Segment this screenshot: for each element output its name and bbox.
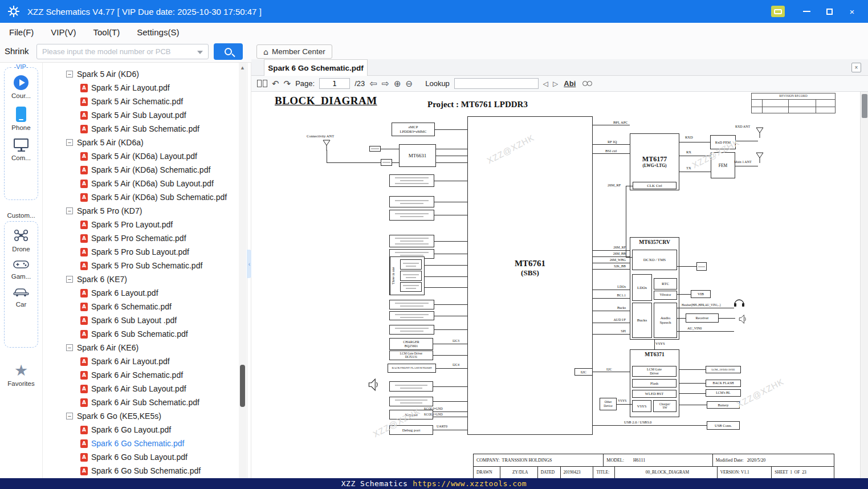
- member-center-button[interactable]: ⌂ Member Center: [256, 44, 332, 59]
- tree-scrollbar-thumb[interactable]: [240, 365, 245, 407]
- wire-label: UART0: [437, 425, 447, 428]
- collapse-icon[interactable]: −: [66, 207, 73, 214]
- tree-group-row[interactable]: −Spark 6 (KE7): [43, 272, 247, 286]
- tree-file-label: Spark 5 Pro Sub Schematic.pdf: [91, 261, 202, 270]
- model-search-combo[interactable]: [36, 44, 209, 59]
- tree-file-row[interactable]: ASpark 6 Sub Schematic.pdf: [43, 327, 247, 341]
- tree-file-label: Spark 6 Air Sub Schematic.pdf: [91, 398, 199, 407]
- tree-file-row[interactable]: ASpark 6 Schematic.pdf: [43, 300, 247, 313]
- rail-item-drone[interactable]: Drone: [5, 229, 38, 252]
- tree-file-row[interactable]: ASpark 6 Air Layout.pdf: [43, 354, 247, 368]
- wire: [593, 250, 630, 251]
- collapse-icon[interactable]: −: [66, 139, 73, 146]
- menu-item-vipv[interactable]: VIP(V): [51, 27, 76, 37]
- pdf-viewport[interactable]: BLOCK_DIAGRAM Project : MT6761 LPDDR3 RE…: [251, 92, 868, 478]
- model-tree-panel: −Spark 5 Air (KD6)ASpark 5 Air Layout.pd…: [43, 63, 247, 478]
- wire-label: 26M_WBG: [598, 258, 626, 262]
- tree-file-row[interactable]: ASpark 6 Go Sub Layout.pdf: [43, 450, 247, 464]
- shrink-button[interactable]: Shrink: [5, 46, 29, 56]
- collapse-icon[interactable]: −: [66, 344, 73, 351]
- tree-file-label: Spark 5 Air (KD6a) Sub Layout.pdf: [91, 179, 214, 188]
- menu-item-settingss[interactable]: Settings(S): [137, 27, 179, 37]
- tree-file-row[interactable]: ASpark 5 Pro Sub Schematic.pdf: [43, 259, 247, 272]
- zoom-out-icon[interactable]: ⊖: [406, 79, 413, 89]
- chevron-down-icon[interactable]: [197, 51, 203, 54]
- speaker-icon: [367, 378, 378, 392]
- menu-item-filef[interactable]: File(F): [9, 27, 34, 37]
- rail-item-gam[interactable]: Gam...: [5, 260, 38, 280]
- minimize-button[interactable]: [800, 5, 813, 18]
- rotate-right-icon[interactable]: ↷: [284, 79, 291, 89]
- match-case-toggle[interactable]: Abi: [564, 79, 576, 88]
- wire: [436, 162, 467, 163]
- maximize-button[interactable]: [822, 5, 836, 18]
- tree-group-row[interactable]: −Spark 5 Air (KD6a): [43, 136, 247, 149]
- block-sdcard-slot: [400, 282, 422, 292]
- rail-item-cour[interactable]: Cour...: [5, 75, 38, 99]
- rotate-left-icon[interactable]: ↶: [272, 79, 279, 89]
- tree-file-row[interactable]: ASpark 6 Go Schematic.pdf: [43, 437, 247, 450]
- tree-file-row[interactable]: ASpark 6 Air Sub Layout.pdf: [43, 382, 247, 396]
- rail-item-car[interactable]: Car: [5, 287, 38, 308]
- tree-file-row[interactable]: ASpark 5 Air (KD6a) Sub Layout.pdf: [43, 177, 247, 190]
- tree-group-row[interactable]: −Spark 6 Air (KE6): [43, 341, 247, 354]
- tree-group-row[interactable]: −Spark 6 Go (KE5,KE5s): [43, 409, 247, 423]
- vip-card-icon[interactable]: [771, 6, 785, 17]
- tree-file-row[interactable]: ASpark 6 Air Sub Schematic.pdf: [43, 396, 247, 409]
- close-document-icon[interactable]: ×: [851, 63, 861, 72]
- collapse-icon[interactable]: −: [66, 413, 73, 419]
- tab-spark6go-schematic[interactable]: Spark 6 Go Schematic.pdf: [264, 59, 368, 76]
- close-button[interactable]: ×: [845, 5, 859, 18]
- tree-file-row[interactable]: ASpark 6 Sub Layout .pdf: [43, 313, 247, 327]
- wire: [679, 383, 706, 384]
- rail-item-favorites[interactable]: ★Favorites: [0, 363, 42, 387]
- tree-file-row[interactable]: ASpark 5 Air Schematic.pdf: [43, 95, 247, 108]
- tree-file-row[interactable]: ASpark 5 Air Sub Schematic.pdf: [43, 122, 247, 136]
- find-previous-icon[interactable]: ◁: [543, 80, 548, 88]
- collapse-icon[interactable]: −: [66, 71, 73, 78]
- search-button[interactable]: [214, 43, 243, 60]
- rail-item-phone[interactable]: Phone: [5, 107, 38, 131]
- binoculars-icon[interactable]: [582, 81, 592, 86]
- menu-item-toolt[interactable]: Tool(T): [93, 27, 120, 37]
- block-rf-frontend-1: [369, 146, 381, 152]
- page-total: /23: [354, 79, 365, 88]
- tree-file-row[interactable]: ASpark 6 Layout.pdf: [43, 286, 247, 300]
- rail-item-com[interactable]: Com...: [5, 138, 38, 161]
- tree-file-row[interactable]: ASpark 5 Air Sub Layout.pdf: [43, 108, 247, 122]
- find-next-icon[interactable]: ▷: [553, 80, 558, 88]
- next-page-icon[interactable]: ⇨: [382, 78, 389, 89]
- tree-file-row[interactable]: ASpark 5 Pro Layout.pdf: [43, 218, 247, 231]
- tree-file-row[interactable]: ASpark 5 Air (KD6a) Schematic.pdf: [43, 163, 247, 177]
- tree-file-row[interactable]: ASpark 5 Pro Schematic.pdf: [43, 231, 247, 245]
- previous-page-icon[interactable]: ⇦: [369, 78, 377, 89]
- tree-scrollbar[interactable]: ▲: [239, 63, 246, 478]
- wire: [381, 149, 399, 149]
- scroll-up-icon[interactable]: ▲: [239, 64, 246, 72]
- tree-group-row[interactable]: −Spark 5 Air (KD6): [43, 67, 247, 81]
- block-smart-pa: [389, 381, 433, 392]
- tree-file-row[interactable]: ASpark 5 Pro Sub Layout.pdf: [43, 245, 247, 259]
- lookup-input[interactable]: [454, 78, 539, 89]
- tree-file-row[interactable]: ASpark 5 Air (KD6a) Layout.pdf: [43, 149, 247, 163]
- page-number-input[interactable]: [319, 78, 350, 89]
- tree-file-row[interactable]: ASpark 5 Air Layout.pdf: [43, 81, 247, 95]
- tree-file-row[interactable]: ASpark 6 Go Sub Schematic.pdf: [43, 464, 247, 478]
- pdf-icon: A: [80, 97, 88, 106]
- title-block-cell: DATED: [537, 467, 560, 478]
- tree-file-label: Spark 6 Sub Schematic.pdf: [91, 329, 188, 339]
- tree-file-row[interactable]: ASpark 6 Go Layout.pdf: [43, 423, 247, 437]
- tree-file-row[interactable]: ASpark 5 Air (KD6a) Sub Schematic.pdf: [43, 190, 247, 204]
- zoom-in-icon[interactable]: ⊕: [394, 79, 401, 89]
- collapse-icon[interactable]: −: [66, 276, 73, 283]
- pdf-scrollbar[interactable]: [860, 92, 868, 478]
- pdf-scrollbar-thumb[interactable]: [862, 94, 867, 118]
- tree-file-row[interactable]: ASpark 6 Air Schematic.pdf: [43, 368, 247, 382]
- search-input[interactable]: [37, 47, 208, 56]
- page-layout-icon[interactable]: [257, 80, 267, 87]
- tree-group-row[interactable]: −Spark 5 Pro (KD7): [43, 204, 247, 218]
- block-charger-ic: CHARGERBQ25601: [389, 338, 433, 350]
- status-url-link[interactable]: https://www.xzztools.com: [413, 479, 527, 488]
- tab-label: Spark 6 Go Schematic.pdf: [268, 64, 363, 72]
- pdf-icon: A: [80, 221, 88, 229]
